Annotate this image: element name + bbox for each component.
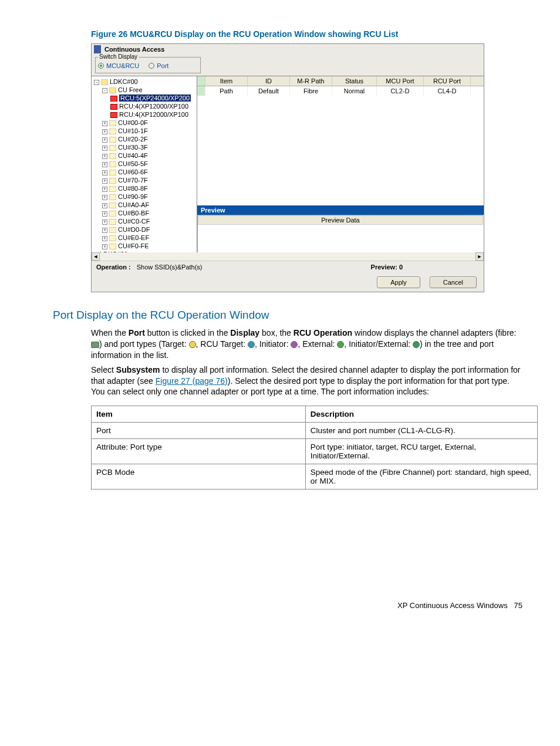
tree-cu[interactable]: CU#40-4F	[118, 152, 148, 159]
cell: Normal	[332, 86, 377, 96]
folder-icon	[109, 153, 116, 159]
preview-header: Preview	[197, 205, 484, 215]
expand-icon[interactable]: +	[102, 178, 107, 184]
expand-icon[interactable]: +	[102, 121, 107, 126]
tree-root[interactable]: LDKC#00	[110, 78, 138, 85]
tree-rcu[interactable]: RCU:4(XP12000/XP100	[119, 103, 188, 110]
expand-icon[interactable]: +	[102, 187, 107, 192]
apply-button[interactable]: Apply	[377, 276, 420, 288]
description-table: Item Description PortCluster and port nu…	[91, 406, 538, 490]
tree-cu[interactable]: CU#10-1F	[118, 127, 148, 134]
folder-icon	[109, 202, 116, 208]
rcu-icon	[110, 96, 117, 102]
radio-mcurcu[interactable]: MCU&RCU	[98, 62, 139, 69]
expand-icon[interactable]: +	[102, 195, 107, 200]
grid-body[interactable]: Path Default Fibre Normal CL2-D CL4-D	[197, 86, 484, 205]
figure-link[interactable]: Figure 27 (page 76)	[156, 376, 228, 386]
radio-mcurcu-label: MCU&RCU	[106, 62, 139, 69]
tree-rcu[interactable]: RCU:4(XP12000/XP100	[119, 111, 188, 118]
operation-label: Operation :	[96, 264, 131, 271]
expand-icon[interactable]: +	[102, 129, 107, 134]
expand-icon[interactable]: +	[102, 154, 107, 159]
expand-icon[interactable]: +	[102, 236, 107, 241]
expand-icon[interactable]: +	[102, 146, 107, 151]
col-id[interactable]: ID	[248, 76, 290, 86]
folder-icon	[109, 211, 116, 217]
cancel-button[interactable]: Cancel	[430, 276, 477, 288]
window-title: Continuous Access	[104, 46, 164, 53]
folder-icon	[109, 194, 116, 200]
tree-cu[interactable]: CU#B0-BF	[118, 210, 149, 217]
rcu-target-icon	[248, 341, 255, 348]
table-row[interactable]: Path Default Fibre Normal CL2-D CL4-D	[197, 86, 484, 96]
folder-icon	[109, 170, 116, 175]
external-icon	[337, 341, 344, 348]
col-mrpath[interactable]: M-R Path	[290, 76, 332, 86]
tree-cu[interactable]: CU#60-6F	[118, 168, 148, 175]
tree-cu[interactable]: CU#20-2F	[118, 136, 148, 143]
tree-scrollbar[interactable]: ◄ ►	[92, 252, 484, 261]
paragraph: Select Subsystem to display all port inf…	[91, 364, 525, 398]
page-footer: XP Continuous Access Windows 75	[35, 601, 525, 610]
folder-icon	[109, 235, 116, 241]
preview-count: Preview: 0	[371, 264, 403, 271]
folder-icon	[109, 87, 116, 93]
row-icon	[197, 86, 205, 96]
tree-cu[interactable]: CU#00-0F	[118, 119, 148, 126]
titlebar: Continuous Access	[92, 44, 484, 55]
folder-icon	[109, 186, 116, 192]
table-head-item: Item	[92, 406, 306, 423]
preview-data-header[interactable]: Preview Data	[198, 215, 483, 225]
expand-icon[interactable]: +	[102, 211, 107, 217]
folder-icon	[109, 120, 116, 126]
tree-cu[interactable]: CU#90-9F	[118, 193, 148, 200]
expand-icon[interactable]: +	[102, 220, 107, 225]
tree-ldkc01[interactable]: LDKC#01	[100, 251, 128, 252]
tree-cu[interactable]: CU#80-8F	[118, 185, 148, 192]
cell: Fibre	[290, 86, 332, 96]
col-status[interactable]: Status	[332, 76, 377, 86]
switch-display-legend: Switch Display	[98, 53, 139, 60]
table-row: Attribute: Port typePort type: initiator…	[92, 439, 538, 464]
scroll-right-icon[interactable]: ►	[475, 252, 484, 261]
paragraph: When the Port button is clicked in the D…	[91, 328, 525, 361]
tree-cu[interactable]: CU#30-3F	[118, 144, 148, 151]
expand-icon[interactable]: -	[94, 80, 99, 85]
scroll-left-icon[interactable]: ◄	[92, 252, 100, 261]
table-row: PortCluster and port number (CL1-A-CLG-R…	[92, 423, 538, 439]
folder-icon	[101, 79, 108, 85]
grid-header: Item ID M-R Path Status MCU Port RCU Por…	[197, 76, 484, 86]
folder-icon	[109, 244, 116, 249]
tree-cu[interactable]: CU#F0-FE	[118, 242, 149, 249]
expand-icon[interactable]: +	[102, 228, 107, 233]
radio-port[interactable]: Port	[149, 62, 168, 69]
app-icon	[94, 45, 101, 53]
radio-port-label: Port	[157, 62, 168, 69]
table-head-desc: Description	[305, 406, 537, 423]
tree-cu[interactable]: CU#C0-CF	[118, 218, 150, 225]
folder-icon	[109, 129, 116, 134]
col-item[interactable]: Item	[205, 76, 248, 86]
tree-cu[interactable]: CU#A0-AF	[118, 201, 149, 208]
tree-cufree[interactable]: CU Free	[118, 86, 143, 93]
folder-icon	[109, 227, 116, 233]
expand-icon[interactable]: +	[102, 203, 107, 208]
tree-rcu-selected[interactable]: RCU:5(XP24000/XP200	[119, 94, 191, 102]
expand-icon[interactable]: +	[102, 170, 107, 175]
tree-cu[interactable]: CU#E0-EF	[118, 234, 149, 241]
tree-pane[interactable]: -LDKC#00 -CU Free RCU:5(XP24000/XP200 RC…	[92, 76, 197, 252]
status-bar: Operation : Show SSID(s)&Path(s) Preview…	[92, 261, 484, 273]
col-rcuport[interactable]: RCU Port	[424, 76, 471, 86]
tree-cu[interactable]: CU#70-7F	[118, 177, 148, 184]
col-mcuport[interactable]: MCU Port	[377, 76, 424, 86]
figure-caption: Figure 26 MCU&RCU Display on the RCU Ope…	[91, 29, 525, 39]
tree-cu[interactable]: CU#50-5F	[118, 160, 148, 167]
expand-icon[interactable]: -	[102, 88, 107, 93]
tree-cu[interactable]: CU#D0-DF	[118, 226, 150, 233]
folder-icon	[109, 161, 116, 167]
footer-label: XP Continuous Access Windows	[397, 601, 508, 610]
expand-icon[interactable]: +	[102, 137, 107, 143]
expand-icon[interactable]: +	[102, 162, 107, 167]
preview-area: Preview Data	[197, 215, 484, 252]
expand-icon[interactable]: +	[102, 244, 107, 249]
